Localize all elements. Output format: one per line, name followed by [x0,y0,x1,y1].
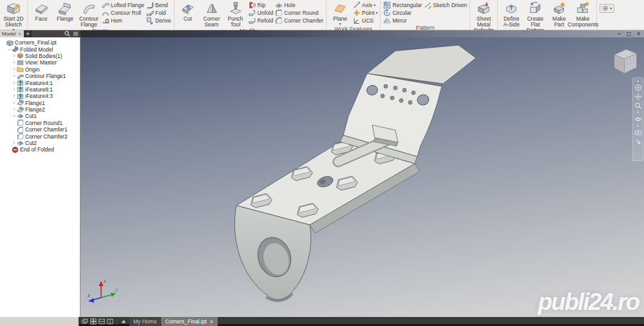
mirror-icon [383,17,391,24]
doc-minimize-button[interactable]: − [617,32,621,37]
horizontal-tile-icon[interactable] [99,318,105,325]
cut-button[interactable]: Cut [176,1,200,22]
navbar-collapse-icon[interactable]: ▴ [637,79,639,82]
tab-corners-final[interactable]: Corners_Final.ipt × [161,317,217,326]
3d-viewport[interactable]: ▴ ▾ ▾ x y z publ [80,37,644,317]
pan-icon[interactable] [634,93,642,101]
corner-chamfer-button[interactable]: Corner Chamfer [274,17,324,24]
orbit-flyout-caret-icon[interactable]: ▾ [637,124,639,128]
tree-item-solid-bodies[interactable]: ›Solid Bodies(1) [0,53,80,59]
vertical-tile-icon[interactable] [107,318,113,325]
navbar-options-icon[interactable] [634,138,642,146]
model-tab-close-icon[interactable]: × [18,32,22,37]
refold-button[interactable]: Refold [248,17,274,24]
navigation-wheel-icon[interactable] [634,84,642,91]
corner-chamfer-feature-icon [17,133,24,140]
plane-icon [333,1,347,15]
expander-icon[interactable]: › [12,87,17,92]
corner-round-button[interactable]: Corner Round [274,9,324,17]
expander-icon[interactable]: › [12,81,17,86]
expander-icon[interactable]: › [12,107,17,112]
look-at-icon[interactable] [634,129,642,137]
tree-item-ifeature8-1[interactable]: ›iFeature8:1 [0,86,80,93]
sheet-metal-defaults-button[interactable]: Sheet Metal Defaults [472,1,495,34]
expander-icon[interactable]: › [12,101,17,106]
ucs-button[interactable]: UCS [352,17,378,24]
expander-icon[interactable]: › [12,140,17,146]
start-2d-sketch-button[interactable]: Start 2D Sketch ▾ [2,1,25,32]
expander-icon[interactable]: › [6,47,12,52]
face-button[interactable]: Face [30,1,53,22]
tree-item-corner-round1[interactable]: Corner Round1 [0,120,80,126]
axis-button[interactable]: Axis▾ [352,1,378,9]
tree-item-flange2[interactable]: ›Flange2 [0,106,80,113]
corner-seam-button[interactable]: Corner Seam [200,1,223,28]
tab-close-icon[interactable]: × [209,319,214,325]
tree-item-cut2[interactable]: ›Cut2 [0,140,80,146]
expander-icon[interactable]: › [12,73,17,79]
point-button[interactable]: Point▾ [352,9,378,17]
tree-item-corner-chamfer1[interactable]: Corner Chamfer1 [0,126,80,133]
derive-button[interactable]: Derive [146,17,172,24]
unfold-button[interactable]: Unfold [248,9,274,17]
browser-menu-icon[interactable] [72,30,79,37]
tree-item-cut1[interactable]: ›Cut1 [0,113,80,119]
zoom-icon[interactable] [634,102,642,110]
flange-button[interactable]: Flange [53,1,77,22]
tree-item-end-of-folded[interactable]: End of Folded [0,146,80,153]
lofted-flange-button[interactable]: Lofted Flange [101,1,145,9]
tile-windows-icon[interactable] [90,318,97,325]
bend-button[interactable]: Bend [146,1,172,9]
hole-button[interactable]: Hole [274,1,324,9]
expand-tabs-icon[interactable] [120,318,127,325]
appearance-overflow-button[interactable]: ▾ [600,4,614,13]
tree-item-origin[interactable]: ›Origin [0,66,80,73]
rectangular-pattern-button[interactable]: Rectangular [383,1,422,9]
contour-roll-button[interactable]: Contour Roll [101,9,145,17]
flange-feature-icon [17,106,24,113]
sketch-driven-button[interactable]: Sketch Driven [423,1,468,9]
tab-my-home[interactable]: My Home [129,317,160,326]
tree-item-flange1[interactable]: ›Flange1 [0,100,80,106]
define-a-side-button[interactable]: Define A-Side [500,1,523,28]
tree-item-folded-model[interactable]: ›Folded Model [0,46,80,52]
doc-restore-button[interactable]: □ [627,32,632,37]
contour-roll-icon [102,9,109,17]
model-panel-tab[interactable]: Model × [0,30,24,37]
expander-icon[interactable]: › [12,60,17,65]
punch-tool-button[interactable]: Punch Tool [224,1,247,28]
contour-flange-button[interactable]: Contour Flange [77,1,100,28]
tree-item-root[interactable]: Corners_Final.ipt [0,39,80,46]
browser-search-icon[interactable] [64,30,71,37]
doc-close-button[interactable]: × [636,32,641,37]
hem-button[interactable]: Hem [101,17,145,24]
view-cube[interactable] [606,46,639,80]
mirror-button[interactable]: Mirror [383,17,422,24]
flange-feature-icon [17,99,24,106]
make-components-button[interactable]: Make Components [571,1,594,28]
end-of-folded-icon [12,146,19,153]
expander-icon[interactable]: › [12,113,17,119]
orbit-icon[interactable] [634,115,642,123]
create-flat-pattern-button[interactable]: Create Flat Pattern [524,1,547,34]
plane-button[interactable]: Plane▾ [328,1,352,26]
tree-item-contour-flange1[interactable]: ›Contour Flange1 [0,73,80,79]
eye-icon [602,5,609,12]
tree-item-view-master[interactable]: ›View: Master [0,59,80,66]
tree-item-ifeature4-1[interactable]: ›iFeature4:1 [0,79,80,86]
circular-pattern-button[interactable]: Circular [383,9,422,17]
expander-icon[interactable]: › [12,67,17,72]
zoom-flyout-caret-icon[interactable]: ▾ [637,111,639,114]
tree-item-ifeature4-3[interactable]: ›iFeature4:3 [0,93,80,99]
rip-button[interactable]: Rip [248,1,274,9]
start-2d-sketch-icon [6,1,21,15]
fold-button[interactable]: Fold [146,9,172,17]
fold-icon [146,9,154,17]
cascade-windows-icon[interactable] [82,318,88,325]
expander-icon[interactable]: › [12,53,17,59]
add-panel-tab-button[interactable]: + [24,30,32,37]
axis-triad: x y z [87,277,119,304]
sheet-metal-part-model[interactable] [80,37,644,317]
expander-icon[interactable]: › [12,93,17,99]
tree-item-corner-chamfer2[interactable]: Corner Chamfer2 [0,133,80,139]
